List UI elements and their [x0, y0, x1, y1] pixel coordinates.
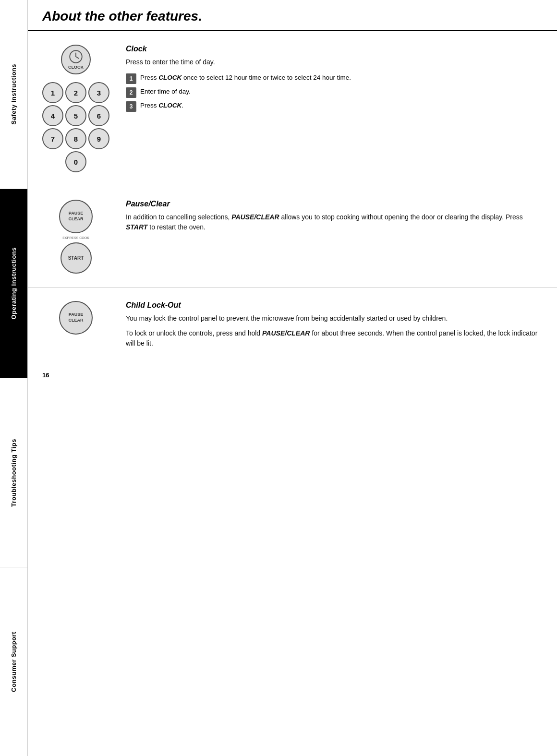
clock-intro: Press to enter the time of day.: [126, 57, 543, 67]
clock-icon-area: CLOCK 1 2 3 4 5 6 7 8 9 0: [37, 45, 114, 172]
clock-icon: [69, 49, 83, 64]
sidebar-section-operating: Operating Instructions: [0, 189, 27, 378]
section-clock: CLOCK 1 2 3 4 5 6 7 8 9 0 Clock Press to…: [28, 31, 557, 186]
step-text-2: Enter time of day.: [140, 87, 191, 96]
sidebar: Safety Instructions Operating Instructio…: [0, 0, 28, 756]
clock-step-2: 2 Enter time of day.: [126, 87, 543, 98]
clock-steps: 1 Press CLOCK once to select 12 hour tim…: [126, 73, 543, 112]
step-num-1: 1: [126, 73, 136, 84]
numpad: 1 2 3 4 5 6 7 8 9 0: [42, 82, 109, 172]
child-lock-body1: You may lock the control panel to preven…: [126, 313, 543, 324]
page-number: 16: [28, 362, 557, 388]
svg-line-2: [76, 57, 79, 59]
sidebar-section-safety: Safety Instructions: [0, 0, 27, 189]
child-lock-icon-area: PAUSECLEAR: [37, 301, 114, 348]
sidebar-label-troubleshooting: Troubleshooting Tips: [10, 439, 17, 507]
num-btn-8[interactable]: 8: [65, 128, 86, 149]
section-child-lock: PAUSECLEAR Child Lock-Out You may lock t…: [28, 288, 557, 362]
main-content: About the other features. CLOCK 1 2 3 4 …: [28, 0, 557, 756]
sidebar-section-troubleshooting: Troubleshooting Tips: [0, 378, 27, 567]
num-btn-4[interactable]: 4: [42, 105, 63, 126]
child-lock-title: Child Lock-Out: [126, 301, 543, 310]
pause-clear-title: Pause/Clear: [126, 200, 543, 208]
section-pause-clear: PAUSECLEAR EXPRESS COOK START Pause/Clea…: [28, 186, 557, 288]
pause-clear-body: In addition to cancelling selections, PA…: [126, 212, 543, 232]
sidebar-section-consumer: Consumer Support: [0, 567, 27, 756]
num-btn-2[interactable]: 2: [65, 82, 86, 103]
clock-step-3: 3 Press CLOCK.: [126, 101, 543, 112]
express-cook-label: EXPRESS COOK: [62, 236, 89, 240]
step-text-1: Press CLOCK once to select 12 hour time …: [140, 73, 351, 83]
start-label: START: [68, 255, 84, 261]
num-btn-9[interactable]: 9: [88, 128, 109, 149]
num-btn-6[interactable]: 6: [88, 105, 109, 126]
sidebar-label-consumer: Consumer Support: [10, 632, 17, 692]
sidebar-label-safety: Safety Instructions: [10, 64, 17, 125]
sidebar-label-operating: Operating Instructions: [10, 247, 17, 319]
num-btn-3[interactable]: 3: [88, 82, 109, 103]
pause-clear-label: PAUSECLEAR: [69, 211, 84, 222]
step-num-3: 3: [126, 101, 136, 112]
pause-clear-button[interactable]: PAUSECLEAR: [59, 200, 93, 233]
num-btn-5[interactable]: 5: [65, 105, 86, 126]
start-button[interactable]: START: [61, 242, 92, 274]
child-lock-pause-clear-button[interactable]: PAUSECLEAR: [59, 301, 93, 335]
step-num-2: 2: [126, 87, 136, 98]
clock-title: Clock: [126, 45, 543, 53]
clock-button-label: CLOCK: [68, 65, 84, 70]
step-text-3: Press CLOCK.: [140, 101, 183, 110]
child-lock-pause-clear-label: PAUSECLEAR: [69, 312, 84, 323]
clock-step-1: 1 Press CLOCK once to select 12 hour tim…: [126, 73, 543, 84]
clock-button[interactable]: CLOCK: [61, 45, 91, 74]
num-btn-0[interactable]: 0: [65, 151, 86, 172]
pause-clear-section-text: Pause/Clear In addition to cancelling se…: [126, 200, 543, 274]
num-btn-7[interactable]: 7: [42, 128, 63, 149]
child-lock-section-text: Child Lock-Out You may lock the control …: [126, 301, 543, 348]
child-lock-body2: To lock or unlock the controls, press an…: [126, 328, 543, 348]
num-btn-1[interactable]: 1: [42, 82, 63, 103]
clock-section-text: Clock Press to enter the time of day. 1 …: [126, 45, 543, 172]
pause-clear-icon-area: PAUSECLEAR EXPRESS COOK START: [37, 200, 114, 274]
page-title: About the other features.: [28, 0, 557, 31]
